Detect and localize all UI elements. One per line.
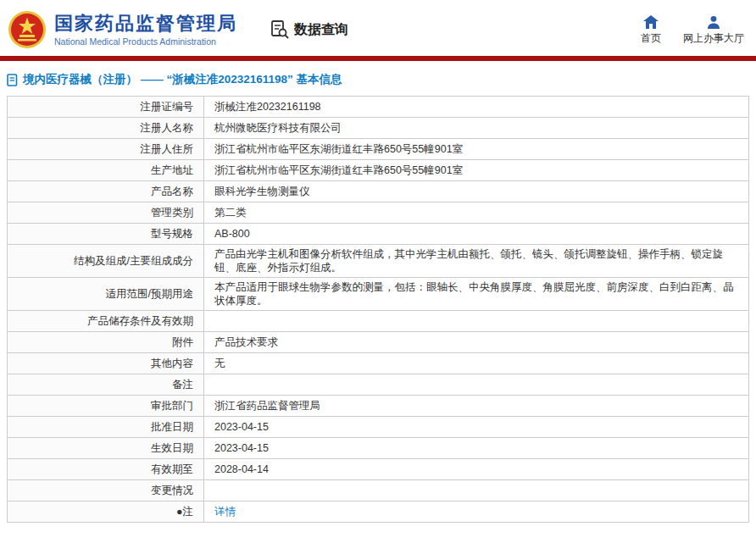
table-row: 结构及组成/主要组成成分产品由光学主机和图像分析软件组成，其中光学主机由额托、颌… (8, 245, 749, 278)
row-label: 注册人名称 (8, 118, 204, 139)
table-row: 适用范围/预期用途本产品适用于眼球生物学参数的测量，包括：眼轴长、中央角膜厚度、… (8, 278, 749, 311)
table-row: 注册证编号浙械注准20232161198 (8, 97, 749, 118)
row-value: 2028-04-14 (204, 459, 749, 480)
row-value: 本产品适用于眼球生物学参数的测量，包括：眼轴长、中央角膜厚度、角膜屈光度、前房深… (204, 278, 749, 311)
table-row: 型号规格AB-800 (8, 224, 749, 245)
row-value: 无 (204, 353, 749, 374)
row-value: 产品由光学主机和图像分析软件组成，其中光学主机由额托、颌托、镜头、颌托调整旋钮、… (204, 245, 749, 278)
table-row: 产品名称眼科光学生物测量仪 (8, 181, 749, 202)
national-emblem-logo (7, 9, 47, 50)
row-label: 变更情况 (8, 480, 204, 501)
row-label: 生效日期 (8, 438, 204, 459)
row-label: 有效期至 (8, 459, 204, 480)
table-row: 注册人名称杭州微晓医疗科技有限公司 (8, 118, 749, 139)
table-row: 附件产品技术要求 (8, 332, 749, 353)
nav-data-query[interactable]: 数据查询 (270, 19, 348, 40)
row-label: 审批部门 (8, 396, 204, 417)
row-label: 生产地址 (8, 160, 204, 181)
row-label: 产品名称 (8, 181, 204, 202)
person-icon (707, 14, 720, 29)
table-row: 有效期至2028-04-14 (8, 459, 749, 480)
row-label: 其他内容 (8, 353, 204, 374)
row-label: 型号规格 (8, 224, 204, 245)
nav-home-label: 首页 (641, 31, 661, 46)
nav-online-hall-label: 网上办事大厅 (683, 31, 744, 46)
row-value: 浙械注准20232161198 (204, 97, 749, 118)
org-names: 国家药品监督管理局 National Medical Products Admi… (54, 13, 237, 46)
page-header: 国家药品监督管理局 National Medical Products Admi… (0, 0, 756, 56)
row-label: 产品储存条件及有效期 (8, 311, 204, 332)
row-value: AB-800 (204, 224, 749, 245)
table-row: 批准日期2023-04-15 (8, 417, 749, 438)
table-row: 生产地址浙江省杭州市临平区东湖街道红丰路650号55幢901室 (8, 160, 749, 181)
row-value: 产品技术要求 (204, 332, 749, 353)
table-row: 生效日期2023-04-15 (8, 438, 749, 459)
org-name-en: National Medical Products Administration (54, 36, 237, 47)
table-row: ●注详情 (8, 501, 749, 523)
org-name-cn: 国家药品监督管理局 (54, 13, 237, 34)
table-row: 备注 (8, 374, 749, 396)
page-title: 境内医疗器械（注册） —— “浙械注准20232161198” 基本信息 (23, 72, 342, 87)
row-value: 浙江省药品监督管理局 (204, 396, 749, 417)
top-nav: 首页 网上办事大厅 (631, 14, 744, 46)
row-value: 浙江省杭州市临平区东湖街道红丰路650号55幢901室 (204, 139, 749, 160)
row-label: 结构及组成/主要组成成分 (8, 245, 204, 278)
row-label: ●注 (8, 501, 204, 523)
row-value (204, 480, 749, 501)
nav-online-hall[interactable]: 网上办事大厅 (683, 14, 744, 46)
breadcrumb: 境内医疗器械（注册） —— “浙械注准20232161198” 基本信息 (0, 61, 756, 96)
info-table-body: 注册证编号浙械注准20232161198注册人名称杭州微晓医疗科技有限公司注册人… (8, 97, 749, 523)
table-row: 注册人住所浙江省杭州市临平区东湖街道红丰路650号55幢901室 (8, 139, 749, 160)
row-value (204, 311, 749, 332)
detail-link[interactable]: 详情 (214, 506, 236, 518)
row-label: 注册证编号 (8, 97, 204, 118)
data-query-label: 数据查询 (294, 21, 348, 39)
row-value: 眼科光学生物测量仪 (204, 181, 749, 202)
row-label: 批准日期 (8, 417, 204, 438)
row-label: 适用范围/预期用途 (8, 278, 204, 311)
emblem-icon (7, 9, 47, 50)
row-label: 管理类别 (8, 202, 204, 224)
table-wrap: 注册证编号浙械注准20232161198注册人名称杭州微晓医疗科技有限公司注册人… (0, 96, 756, 523)
table-row: 管理类别第二类 (8, 202, 749, 224)
row-label: 备注 (8, 374, 204, 396)
row-value: 杭州微晓医疗科技有限公司 (204, 118, 749, 139)
table-row: 审批部门浙江省药品监督管理局 (8, 396, 749, 417)
row-value: 2023-04-15 (204, 438, 749, 459)
data-query-icon (270, 19, 290, 40)
table-row: 产品储存条件及有效期 (8, 311, 749, 332)
row-value: 浙江省杭州市临平区东湖街道红丰路650号55幢901室 (204, 160, 749, 181)
row-value (204, 374, 749, 396)
row-value: 详情 (204, 501, 749, 523)
table-row: 其他内容无 (8, 353, 749, 374)
row-value: 2023-04-15 (204, 417, 749, 438)
row-label: 注册人住所 (8, 139, 204, 160)
document-icon (7, 74, 19, 86)
home-icon (643, 14, 659, 29)
nav-home[interactable]: 首页 (631, 14, 671, 46)
registration-info-table: 注册证编号浙械注准20232161198注册人名称杭州微晓医疗科技有限公司注册人… (7, 96, 749, 523)
table-row: 变更情况 (8, 480, 749, 501)
row-value: 第二类 (204, 202, 749, 224)
row-label: 附件 (8, 332, 204, 353)
